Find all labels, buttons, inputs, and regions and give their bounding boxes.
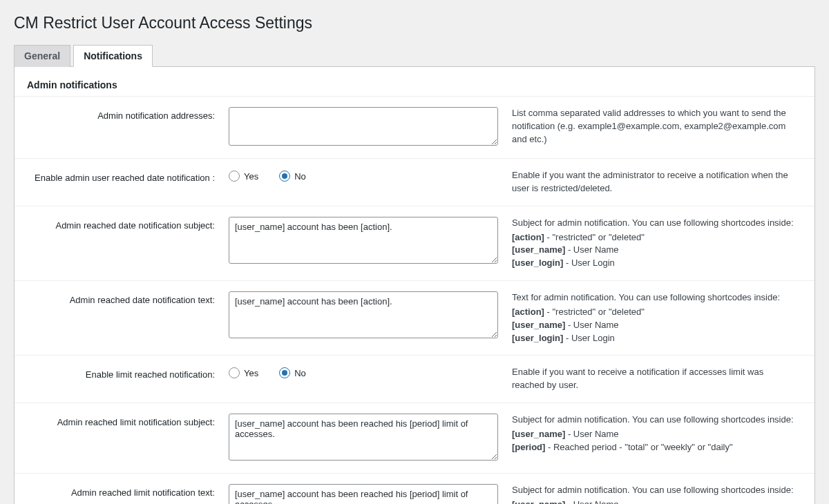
row-limit-subject: Admin reached limit notification subject… — [15, 403, 814, 474]
enable-limit-yes[interactable]: Yes — [229, 367, 258, 378]
label-limit-subject: Admin reached limit notification subject… — [15, 403, 222, 474]
addresses-textarea[interactable] — [229, 107, 498, 146]
radio-label: Yes — [244, 368, 258, 378]
radio-icon — [229, 367, 240, 378]
section-title: Admin notifications — [15, 67, 814, 96]
label-enable-date: Enable admin user reached date notificat… — [15, 159, 222, 206]
limit-text-textarea[interactable]: [user_name] account has been reached his… — [229, 484, 498, 504]
settings-panel: Admin notifications Admin notification a… — [14, 67, 815, 504]
form-table: Admin notification addresses: List comma… — [15, 96, 814, 504]
label-date-subject: Admin reached date notification subject: — [15, 206, 222, 280]
label-limit-text: Admin reached limit notification text: — [15, 474, 222, 504]
enable-date-yes[interactable]: Yes — [229, 171, 258, 182]
page-title: CM Restrict User Account Access Settings — [14, 14, 815, 32]
desc-limit-subject: Subject for admin notification. You can … — [512, 403, 814, 474]
desc-addresses: List comma separated valid addresses to … — [512, 97, 814, 159]
desc-enable-date: Enable if you want the administrator to … — [512, 159, 814, 206]
desc-enable-limit: Enable if you want to receive a notifica… — [512, 356, 814, 403]
enable-date-no[interactable]: No — [279, 171, 306, 182]
radio-label: No — [294, 171, 306, 182]
row-date-text: Admin reached date notification text: [u… — [15, 281, 814, 356]
row-date-subject: Admin reached date notification subject:… — [15, 206, 814, 280]
row-enable-limit: Enable limit reached notification: Yes N… — [15, 356, 814, 403]
date-text-textarea[interactable]: [user_name] account has been [action]. — [229, 291, 498, 338]
radio-icon — [229, 171, 240, 182]
limit-subject-textarea[interactable]: [user_name] account has been reached his… — [229, 414, 498, 461]
tab-notifications[interactable]: Notifications — [73, 45, 153, 67]
row-limit-text: Admin reached limit notification text: [… — [15, 474, 814, 504]
row-enable-date: Enable admin user reached date notificat… — [15, 159, 814, 206]
label-addresses: Admin notification addresses: — [15, 97, 222, 159]
tab-general[interactable]: General — [14, 45, 70, 67]
tabs: General Notifications — [14, 45, 815, 67]
row-addresses: Admin notification addresses: List comma… — [15, 97, 814, 159]
label-enable-limit: Enable limit reached notification: — [15, 356, 222, 403]
desc-date-text: Text for admin notification. You can use… — [512, 281, 814, 356]
enable-limit-no[interactable]: No — [279, 367, 306, 378]
radio-icon — [279, 367, 290, 378]
radio-label: Yes — [244, 171, 258, 182]
desc-limit-text: Subject for admin notification. You can … — [512, 474, 814, 504]
radio-label: No — [294, 368, 306, 378]
radio-icon — [279, 171, 290, 182]
date-subject-textarea[interactable]: [user_name] account has been [action]. — [229, 217, 498, 264]
desc-date-subject: Subject for admin notification. You can … — [512, 206, 814, 280]
label-date-text: Admin reached date notification text: — [15, 281, 222, 356]
